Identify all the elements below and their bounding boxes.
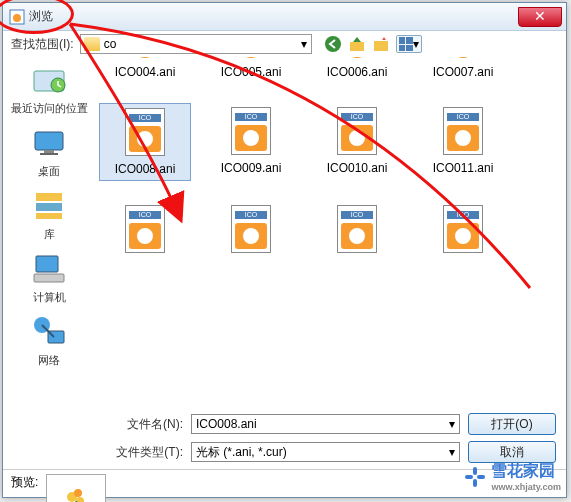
filename-input[interactable]: ICO008.ani▾ xyxy=(191,414,460,434)
nav-icons: ▾ xyxy=(324,35,422,53)
file-item[interactable]: ICOICO006.ani xyxy=(311,57,403,83)
toolbar: 查找范围(I): co ▾ ▾ xyxy=(3,31,566,57)
titlebar: 浏览 ✕ xyxy=(3,3,566,31)
chevron-down-icon: ▾ xyxy=(297,37,311,51)
back-icon[interactable] xyxy=(324,35,342,53)
flower-icon xyxy=(58,483,94,502)
folder-select[interactable]: co ▾ xyxy=(80,34,312,54)
svg-rect-7 xyxy=(35,132,63,150)
view-mode-button[interactable]: ▾ xyxy=(396,35,422,53)
file-icon: ICO xyxy=(125,108,165,156)
svg-rect-11 xyxy=(36,203,62,211)
preview-box xyxy=(46,474,106,502)
file-name: ICO004.ani xyxy=(115,65,176,79)
file-item[interactable]: ICO xyxy=(205,201,297,257)
file-icon: ICO xyxy=(125,205,165,253)
file-name: ICO009.ani xyxy=(221,161,282,175)
svg-point-19 xyxy=(76,497,84,502)
file-name: ICO006.ani xyxy=(327,65,388,79)
svg-rect-8 xyxy=(44,150,54,153)
svg-rect-3 xyxy=(350,42,364,51)
file-name: ICO007.ani xyxy=(433,65,494,79)
file-icon: ICO xyxy=(337,205,377,253)
libraries-icon xyxy=(30,187,68,225)
sidebar-item-label: 计算机 xyxy=(33,290,66,305)
sidebar-item-label: 网络 xyxy=(38,353,60,368)
chevron-down-icon: ▾ xyxy=(445,445,459,459)
filename-value: ICO008.ani xyxy=(196,417,445,431)
file-item[interactable]: ICO xyxy=(99,201,191,257)
svg-rect-13 xyxy=(36,256,58,272)
window-title: 浏览 xyxy=(29,8,518,25)
filename-label: 文件名(N): xyxy=(113,416,183,433)
file-item[interactable]: ICO xyxy=(417,201,509,257)
file-item[interactable]: ICOICO004.ani xyxy=(99,57,191,83)
dialog-body: 最近访问的位置 桌面 库 计算机 网络 ICOICO004.ani I xyxy=(3,57,566,407)
folder-icon xyxy=(84,37,100,51)
svg-point-2 xyxy=(325,36,341,52)
sidebar-item-label: 最近访问的位置 xyxy=(11,101,88,116)
bottom-panel: 文件名(N): ICO008.ani▾ 打开(O) 文件类型(T): 光标 (*… xyxy=(3,407,566,469)
file-icon: ICO xyxy=(337,107,377,155)
file-icon: ICO xyxy=(231,205,271,253)
svg-rect-4 xyxy=(374,41,388,51)
folder-name: co xyxy=(100,37,297,51)
sidebar-item-label: 库 xyxy=(44,227,55,242)
file-item[interactable]: ICOICO011.ani xyxy=(417,103,509,181)
preview-panel: 预览: xyxy=(3,469,566,502)
network-icon xyxy=(30,313,68,351)
file-name: ICO011.ani xyxy=(433,161,494,175)
file-icon: ICO xyxy=(231,57,271,59)
cancel-button[interactable]: 取消 xyxy=(468,441,556,463)
file-icon: ICO xyxy=(231,107,271,155)
file-icon: ICO xyxy=(443,107,483,155)
sidebar-item-network[interactable]: 网络 xyxy=(9,313,89,368)
svg-rect-10 xyxy=(36,193,62,201)
svg-rect-14 xyxy=(34,274,64,282)
file-item[interactable]: ICOICO010.ani xyxy=(311,103,403,181)
svg-rect-9 xyxy=(40,153,58,155)
filetype-value: 光标 (*.ani, *.cur) xyxy=(196,444,445,461)
file-list: ICOICO004.ani ICOICO005.ani ICOICO006.an… xyxy=(99,63,562,257)
new-folder-icon[interactable] xyxy=(372,35,390,53)
file-item[interactable]: ICOICO007.ani xyxy=(417,57,509,83)
sidebar-item-desktop[interactable]: 桌面 xyxy=(9,124,89,179)
file-name: ICO005.ani xyxy=(221,65,282,79)
computer-icon xyxy=(30,250,68,288)
filetype-select[interactable]: 光标 (*.ani, *.cur)▾ xyxy=(191,442,460,462)
file-item[interactable]: ICO xyxy=(311,201,403,257)
chevron-down-icon: ▾ xyxy=(445,417,459,431)
file-name: ICO010.ani xyxy=(327,161,388,175)
file-item[interactable]: ICOICO008.ani xyxy=(99,103,191,181)
file-icon: ICO xyxy=(443,205,483,253)
up-icon[interactable] xyxy=(348,35,366,53)
desktop-icon xyxy=(30,124,68,162)
recent-icon xyxy=(30,61,68,99)
svg-point-18 xyxy=(74,489,82,497)
sidebar-item-label: 桌面 xyxy=(38,164,60,179)
svg-point-1 xyxy=(13,14,21,22)
sidebar-item-libraries[interactable]: 库 xyxy=(9,187,89,242)
open-button[interactable]: 打开(O) xyxy=(468,413,556,435)
file-icon: ICO xyxy=(443,57,483,59)
preview-label: 预览: xyxy=(11,474,38,491)
chevron-down-icon: ▾ xyxy=(413,37,419,51)
sidebar-item-computer[interactable]: 计算机 xyxy=(9,250,89,305)
browse-dialog: 浏览 ✕ 查找范围(I): co ▾ ▾ 最近访问的位置 xyxy=(2,2,567,498)
close-button[interactable]: ✕ xyxy=(518,7,562,27)
file-icon: ICO xyxy=(125,57,165,59)
filetype-label: 文件类型(T): xyxy=(113,444,183,461)
file-item[interactable]: ICOICO005.ani xyxy=(205,57,297,83)
app-icon xyxy=(9,9,25,25)
file-icon: ICO xyxy=(337,57,377,59)
file-name: ICO008.ani xyxy=(115,162,176,176)
file-area: ICOICO004.ani ICOICO005.ani ICOICO006.an… xyxy=(95,57,566,407)
svg-rect-12 xyxy=(36,213,62,219)
sidebar: 最近访问的位置 桌面 库 计算机 网络 xyxy=(3,57,95,407)
grid-icon xyxy=(399,37,413,51)
file-item[interactable]: ICOICO009.ani xyxy=(205,103,297,181)
sidebar-item-recent[interactable]: 最近访问的位置 xyxy=(9,61,89,116)
lookin-label: 查找范围(I): xyxy=(11,36,74,53)
